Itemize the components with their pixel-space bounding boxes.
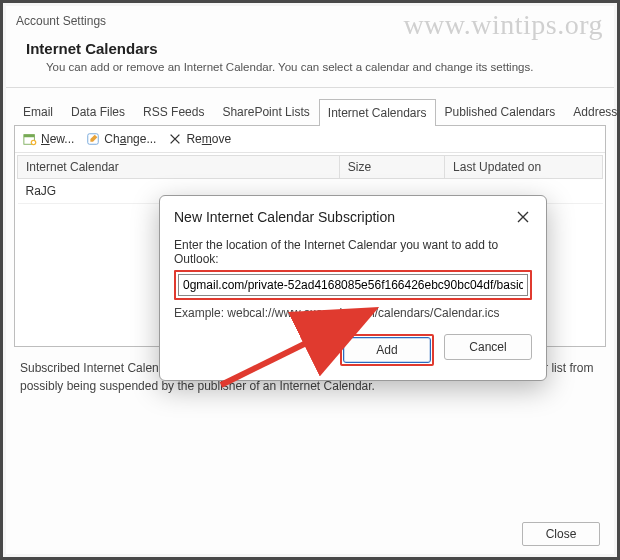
close-button[interactable]: Close	[522, 522, 600, 546]
change-icon	[86, 132, 100, 146]
col-internet-calendar[interactable]: Internet Calendar	[18, 156, 340, 179]
remove-button-label: Remove	[186, 132, 231, 146]
toolbar: New... Change... Remove	[15, 126, 605, 153]
cancel-button[interactable]: Cancel	[444, 334, 532, 360]
calendar-url-input[interactable]	[178, 274, 528, 296]
close-icon	[517, 211, 529, 223]
tab-published-calendars[interactable]: Published Calendars	[436, 98, 565, 125]
change-button[interactable]: Change...	[86, 132, 156, 146]
tab-email[interactable]: Email	[14, 98, 62, 125]
change-button-label: Change...	[104, 132, 156, 146]
col-size[interactable]: Size	[339, 156, 444, 179]
svg-rect-4	[32, 142, 35, 144]
dialog-prompt: Enter the location of the Internet Calen…	[174, 238, 532, 266]
tab-rss-feeds[interactable]: RSS Feeds	[134, 98, 213, 125]
add-highlight-box: Add	[340, 334, 434, 366]
tab-sharepoint-lists[interactable]: SharePoint Lists	[213, 98, 318, 125]
header: Account Settings Internet Calendars You …	[6, 6, 614, 88]
url-highlight-box	[174, 270, 532, 300]
col-last-updated[interactable]: Last Updated on	[445, 156, 603, 179]
dialog-title: New Internet Calendar Subscription	[174, 209, 395, 225]
new-internet-calendar-dialog: New Internet Calendar Subscription Enter…	[159, 195, 547, 381]
example-text: Example: webcal://www.example.com/calend…	[174, 306, 532, 320]
remove-button[interactable]: Remove	[168, 132, 231, 146]
tab-strip: Email Data Files RSS Feeds SharePoint Li…	[14, 98, 606, 125]
svg-rect-1	[24, 135, 35, 138]
new-calendar-icon	[23, 132, 37, 146]
footer: Close	[522, 522, 600, 546]
new-button[interactable]: New...	[23, 132, 74, 146]
tab-address-books[interactable]: Address Books	[564, 98, 620, 125]
new-button-label: New...	[41, 132, 74, 146]
window-title: Account Settings	[16, 14, 604, 38]
remove-icon	[168, 132, 182, 146]
add-button[interactable]: Add	[343, 337, 431, 363]
tab-internet-calendars[interactable]: Internet Calendars	[319, 99, 436, 126]
section-description: You can add or remove an Internet Calend…	[46, 61, 604, 73]
tab-data-files[interactable]: Data Files	[62, 98, 134, 125]
dialog-close-button[interactable]	[512, 206, 534, 228]
section-title: Internet Calendars	[26, 40, 604, 57]
